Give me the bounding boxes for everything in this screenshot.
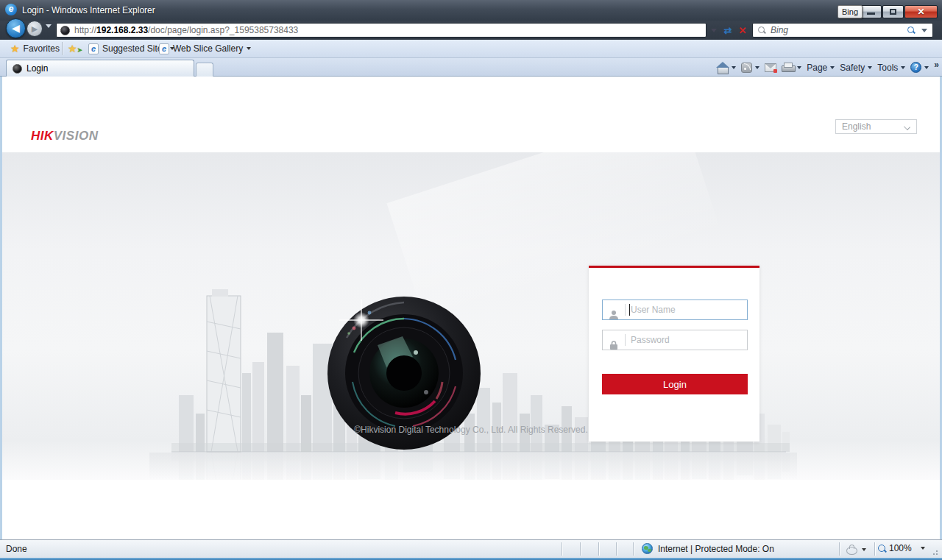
navigation-bar: ◀ ▶ http://192.168.2.33/doc/page/login.a…: [0, 21, 942, 40]
language-select[interactable]: English: [835, 119, 917, 134]
url-path: /doc/page/login.asp?_1595385738433: [148, 25, 298, 35]
new-tab-button[interactable]: [196, 63, 213, 77]
zoom-control[interactable]: 100%: [878, 543, 925, 553]
chevron-down-icon: [862, 548, 866, 551]
safety-menu[interactable]: Safety: [840, 63, 872, 73]
stop-button[interactable]: ✕: [736, 23, 749, 38]
divider: [633, 542, 634, 556]
back-button[interactable]: ◀: [6, 18, 26, 38]
privacy-icon: [846, 545, 857, 554]
page-menu[interactable]: Page: [807, 63, 835, 73]
security-zone-label: Internet | Protected Mode: On: [658, 544, 774, 554]
search-go-icon[interactable]: [907, 26, 916, 35]
chevron-down-icon: [46, 24, 52, 40]
zoom-level: 100%: [889, 543, 912, 553]
status-text: Done: [6, 544, 27, 554]
forward-button[interactable]: ▶: [26, 21, 43, 37]
username-field[interactable]: [602, 300, 748, 320]
chevron-down-icon: [732, 66, 736, 69]
tools-menu[interactable]: Tools: [877, 63, 905, 73]
chevron-down-icon: [904, 124, 910, 130]
password-input[interactable]: [626, 335, 747, 345]
zoom-icon: [878, 545, 886, 553]
search-options-dropdown[interactable]: [921, 29, 927, 32]
username-input[interactable]: [630, 305, 747, 315]
read-mail-button[interactable]: [765, 63, 776, 72]
tab-favicon: [13, 64, 22, 74]
help-icon: ?: [910, 62, 921, 73]
chevron-down-icon: [868, 66, 872, 69]
address-dropdown-button[interactable]: [708, 23, 720, 38]
command-overflow-button[interactable]: »: [934, 60, 939, 70]
add-favorite-button[interactable]: ★➤: [68, 40, 82, 57]
security-zone-indicator[interactable]: Internet | Protected Mode: On: [642, 543, 774, 554]
favorites-item-web-slice-gallery[interactable]: e Web Slice Gallery: [159, 40, 251, 57]
address-bar-input[interactable]: http://192.168.2.33/doc/page/login.asp?_…: [56, 23, 706, 38]
login-button[interactable]: Login: [602, 374, 748, 394]
divider: [625, 304, 626, 316]
home-button[interactable]: [717, 63, 736, 73]
ie-logo-icon: e: [5, 4, 17, 15]
minimize-button[interactable]: [860, 5, 882, 18]
add-favorite-icon: ★➤: [68, 43, 82, 54]
maximize-icon: [890, 9, 896, 15]
chevron-down-icon: [830, 66, 835, 69]
chevron-down-icon: [711, 29, 717, 32]
title-bar: e Login - Windows Internet Explorer Bing…: [0, 0, 942, 21]
chevron-down-icon: [755, 66, 759, 69]
window-title: Login - Windows Internet Explorer: [22, 5, 155, 15]
page-menu-label: Page: [807, 63, 827, 73]
copyright-footer: ©Hikvision Digital Technology Co., Ltd. …: [2, 425, 940, 435]
print-button[interactable]: [782, 63, 801, 72]
divider: [874, 542, 875, 556]
resize-grip[interactable]: [932, 548, 940, 556]
chevron-down-icon: [924, 66, 929, 69]
home-icon: [717, 63, 729, 73]
favorites-button[interactable]: ★ Favorites: [10, 40, 60, 57]
window-controls: ✕: [860, 5, 938, 18]
search-placeholder: Bing: [771, 25, 907, 35]
page-viewport: HIKVISION English: [0, 77, 942, 539]
mail-icon: [765, 63, 776, 72]
status-bar: Done Internet | Protected Mode: On 100%: [0, 539, 942, 558]
favorites-item-label: Suggested Sites: [102, 43, 166, 54]
favorites-item-label: Web Slice Gallery: [173, 43, 243, 54]
safety-menu-label: Safety: [840, 63, 865, 73]
chevron-down-icon: [797, 66, 801, 69]
privacy-settings-button[interactable]: [846, 545, 866, 554]
divider: [598, 542, 599, 556]
close-button[interactable]: ✕: [904, 5, 938, 18]
divider: [562, 542, 562, 556]
ie-page-icon: e: [88, 43, 99, 54]
refresh-button[interactable]: ⇄: [721, 23, 734, 38]
logo-hik: HIK: [31, 129, 54, 143]
feeds-button[interactable]: [741, 63, 759, 73]
close-icon: ✕: [905, 7, 937, 17]
favorites-star-icon: ★: [10, 43, 20, 54]
tools-menu-label: Tools: [877, 63, 898, 73]
divider: [62, 42, 63, 55]
chevron-down-icon: [901, 66, 905, 69]
search-icon: [758, 26, 766, 35]
password-field[interactable]: [602, 330, 748, 350]
divider: [839, 542, 840, 556]
tab-login[interactable]: Login: [6, 60, 194, 77]
chevron-down-icon: [247, 47, 251, 50]
maximize-button[interactable]: [882, 5, 904, 18]
logo-vision: VISION: [54, 129, 99, 143]
search-provider-tooltip: Bing: [837, 5, 863, 18]
divider: [580, 542, 581, 556]
tab-bar: Login Page Safety Tools ? »: [0, 58, 942, 77]
internet-globe-icon: [642, 543, 653, 554]
url-host: 192.168.2.33: [96, 25, 148, 35]
favorites-bar: ★ Favorites ★➤ e Suggested Sites e Web S…: [0, 40, 942, 58]
url-prefix: http://: [74, 25, 96, 35]
rss-icon: [741, 63, 752, 73]
ie-window: e Login - Windows Internet Explorer Bing…: [0, 0, 942, 560]
favorites-label: Favorites: [24, 43, 60, 54]
minimize-icon: [867, 13, 875, 15]
search-box[interactable]: Bing: [752, 23, 933, 38]
login-panel: Login: [589, 266, 759, 442]
site-favicon: [60, 26, 70, 35]
help-menu[interactable]: ?: [910, 62, 929, 73]
